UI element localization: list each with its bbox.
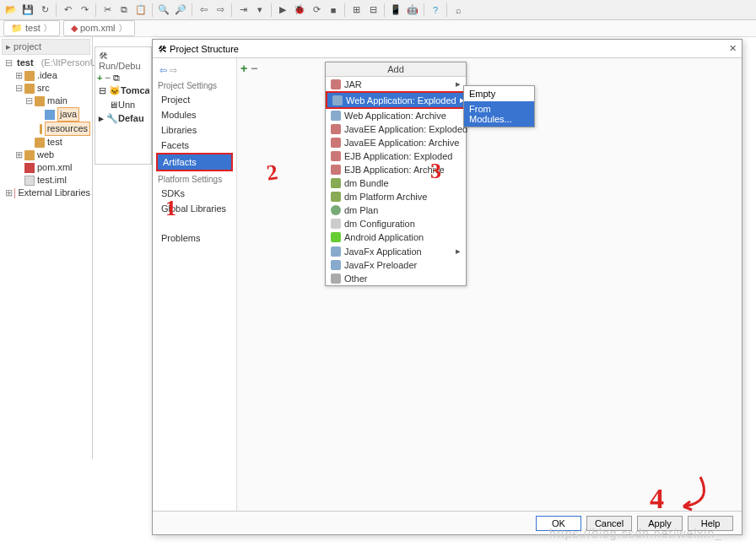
menu-item-javafx-app[interactable]: JavaFx Application▸ [326, 244, 466, 258]
jar-icon [331, 79, 341, 89]
nav-problems[interactable]: Problems [156, 230, 233, 246]
redo-icon[interactable]: ↷ [77, 3, 92, 18]
menu-item-javaee-archive[interactable]: JavaEE Application: Archive [326, 136, 466, 149]
add-artifact-icon[interactable]: + [240, 62, 247, 75]
submenu-from-modules[interactable]: From Modules... [464, 101, 534, 127]
remove-icon[interactable]: − [105, 73, 111, 83]
dm-icon [331, 178, 341, 188]
javafx-icon [331, 246, 341, 257]
intellij-icon: 🛠 [158, 44, 167, 54]
run-config-icon[interactable]: ▾ [252, 3, 267, 18]
xml-icon: ◆ [71, 23, 78, 33]
tree-root[interactable]: ⊟test (E:\ItPersonU [2, 57, 90, 69]
menu-item-javaee-exploded[interactable]: JavaEE Application: Exploded [326, 122, 466, 136]
project-panel-header[interactable]: ▸ project [2, 39, 90, 55]
stop-icon[interactable]: ■ [326, 3, 341, 18]
nav-libraries[interactable]: Libraries [156, 122, 233, 138]
step-icon[interactable]: ⇥ [235, 3, 251, 18]
tree-item[interactable]: ⊞web [2, 149, 90, 161]
back-icon[interactable]: ⇦ [159, 65, 167, 75]
menu-item-dm-plan[interactable]: dm Plan [326, 203, 466, 217]
project-panel: ▸ project ⊟test (E:\ItPersonU ⊞.idea ⊟sr… [0, 37, 93, 459]
find-icon[interactable]: 🔍 [156, 3, 171, 18]
cut-icon[interactable]: ✂ [100, 3, 115, 18]
other-icon [331, 274, 341, 284]
nav-facets[interactable]: Facets [156, 138, 233, 153]
open-icon[interactable]: 📂 [3, 3, 19, 18]
copy-icon[interactable]: ⧉ [113, 73, 120, 83]
chevron-right-icon: ▸ [456, 246, 461, 257]
help-icon[interactable]: ? [428, 3, 443, 18]
tomcat-icon: 🐱 [109, 85, 121, 95]
chevron-right-icon: ▸ [456, 79, 461, 89]
structure-icon[interactable]: ⊞ [348, 3, 364, 18]
tree-external-libs[interactable]: ⊞External Libraries [2, 187, 90, 199]
forward-icon[interactable]: ⇨ [213, 3, 228, 18]
menu-item-javafx-preloader[interactable]: JavaFx Preloader [326, 258, 466, 272]
javaee-icon [331, 138, 341, 148]
search-everywhere-icon[interactable]: ⌕ [451, 3, 466, 18]
tree-item[interactable]: test.iml [2, 174, 90, 187]
save-icon[interactable]: 💾 [20, 3, 35, 18]
android-icon [331, 232, 341, 242]
tree-item[interactable]: ⊟main [2, 95, 90, 107]
copy-icon[interactable]: ⧉ [116, 3, 132, 18]
menu-item-dm-bundle[interactable]: dm Bundle [326, 176, 466, 190]
watermark: https://blog.csdn.net/weixin_ [549, 527, 722, 540]
emulator-icon[interactable]: 📱 [388, 3, 403, 18]
vcs-icon[interactable]: ⊟ [365, 3, 381, 18]
refresh-icon[interactable]: ↻ [37, 3, 52, 18]
menu-item-ejb-archive[interactable]: EJB Application: Archive [326, 163, 466, 176]
remove-artifact-icon[interactable]: − [251, 62, 257, 75]
menu-item-web-exploded[interactable]: Web Application: Exploded▸ [326, 91, 466, 109]
undo-icon[interactable]: ↶ [60, 3, 75, 18]
android-icon[interactable]: 🤖 [405, 3, 420, 18]
run-config-item[interactable]: ⊟ 🐱Tomca [97, 84, 149, 98]
add-icon[interactable]: + [97, 73, 102, 83]
run-config-title: 🛠 Run/Debu [97, 49, 149, 73]
breadcrumb-root[interactable]: 📁 test 〉 [3, 20, 60, 36]
run-config-defaults[interactable]: ▸ 🔧Defau [97, 111, 149, 126]
tree-item[interactable]: resources [2, 122, 90, 136]
menu-item-dm-config[interactable]: dm Configuration [326, 217, 466, 230]
dialog-main: + − Add JAR▸ Web Application: Exploded▸ … [237, 58, 742, 511]
debug-icon[interactable]: 🐞 [292, 3, 307, 18]
ejb-icon [331, 165, 341, 175]
nav-header: Platform Settings [156, 171, 233, 186]
nav-artifacts[interactable]: Artifacts [156, 153, 233, 171]
paste-icon[interactable]: 📋 [133, 3, 148, 18]
nav-header: Project Settings [156, 78, 233, 92]
menu-item-dm-platform[interactable]: dm Platform Archive [326, 190, 466, 203]
sync-icon[interactable]: ⟳ [309, 3, 324, 18]
run-config-panel: 🛠 Run/Debu + − ⧉ ⊟ 🐱Tomca 🖥Unn ▸ 🔧Defau [94, 46, 152, 165]
replace-icon[interactable]: 🔎 [173, 3, 188, 18]
menu-item-ejb-exploded[interactable]: EJB Application: Exploded [326, 149, 466, 163]
project-structure-dialog: 🛠 Project Structure ✕ ⇦ ⇨ Project Settin… [152, 39, 742, 535]
tree-item[interactable]: ⊟src [2, 82, 90, 95]
dialog-title: Project Structure [170, 44, 239, 54]
run-config-item[interactable]: 🖥Unn [97, 98, 149, 111]
close-icon[interactable]: ✕ [729, 43, 737, 54]
run-icon[interactable]: ▶ [275, 3, 290, 18]
tree-item[interactable]: test [2, 136, 90, 149]
submenu-empty[interactable]: Empty [464, 86, 534, 101]
forward-icon[interactable]: ⇨ [170, 65, 177, 75]
ejb-icon [331, 151, 341, 161]
web-icon [331, 111, 341, 121]
menu-item-android[interactable]: Android Application [326, 230, 466, 244]
menu-item-other[interactable]: Other [326, 272, 466, 285]
add-artifact-menu: Add JAR▸ Web Application: Exploded▸ Web … [325, 62, 467, 286]
nav-sdks[interactable]: SDKs [156, 186, 233, 201]
breadcrumb-file[interactable]: ◆ pom.xml 〉 [63, 20, 135, 36]
nav-modules[interactable]: Modules [156, 107, 233, 122]
tree-item[interactable]: java [2, 107, 90, 122]
menu-item-jar[interactable]: JAR▸ [326, 77, 466, 91]
nav-project[interactable]: Project [156, 92, 233, 107]
nav-global-libs[interactable]: Global Libraries [156, 201, 233, 216]
main-toolbar: 📂 💾 ↻ ↶ ↷ ✂ ⧉ 📋 🔍 🔎 ⇦ ⇨ ⇥ ▾ ▶ 🐞 ⟳ ■ ⊞ ⊟ … [0, 0, 756, 20]
tree-item[interactable]: ⊞.idea [2, 69, 90, 82]
tree-item[interactable]: pom.xml [2, 161, 90, 174]
menu-item-web-archive[interactable]: Web Application: Archive [326, 109, 466, 122]
config-icon [331, 219, 341, 229]
back-icon[interactable]: ⇦ [196, 3, 211, 18]
